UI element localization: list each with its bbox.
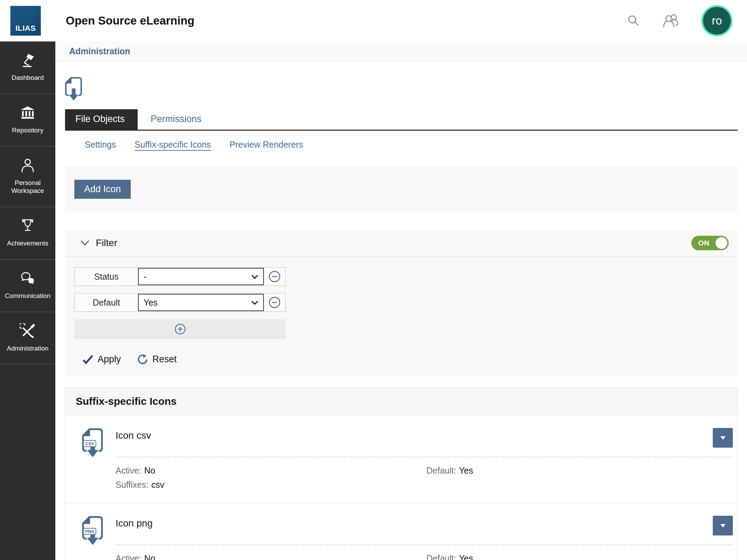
list-item-icon-csv: CSV Icon csv Ac [65, 416, 737, 503]
breadcrumb: Administration [55, 41, 747, 62]
default-select-value: Yes [144, 298, 158, 308]
logo-text: ILIAS [16, 24, 36, 36]
who-is-online-icon[interactable] [662, 13, 681, 29]
tab-file-objects[interactable]: File Objects [65, 109, 138, 130]
csv-file-icon: CSV [82, 428, 104, 503]
list-item-icon-png: PNG Icon png Ac [65, 503, 737, 560]
toggle-knob [716, 237, 727, 249]
chevron-down-icon [80, 240, 90, 246]
sidebar-item-personal-workspace[interactable]: Personal Workspace [0, 147, 55, 207]
search-icon[interactable] [625, 13, 641, 29]
add-filter-button[interactable] [74, 319, 286, 339]
subtab-settings[interactable]: Settings [85, 140, 116, 150]
status-select[interactable]: - [138, 268, 264, 285]
tools-icon [20, 323, 36, 339]
sidebar-item-communication[interactable]: Communication [0, 260, 55, 312]
avatar-initials: ro [712, 14, 722, 27]
main-content: File Objects Permissions Settings Suffix… [55, 77, 747, 560]
file-object-icon [65, 77, 747, 102]
filter-row-status: Status - [74, 267, 286, 286]
property-default: Default:Yes [426, 553, 737, 560]
caret-down-icon [720, 524, 726, 528]
subtab-suffix-specific-icons[interactable]: Suffix-specific Icons [135, 140, 211, 150]
item-title: Icon png [116, 516, 713, 529]
plus-circle-icon [174, 323, 186, 335]
tab-permissions[interactable]: Permissions [138, 109, 215, 130]
png-file-icon: PNG [82, 516, 104, 560]
lamp-icon [20, 53, 36, 68]
user-avatar[interactable]: ro [701, 5, 732, 36]
filter-section: Filter ON Status - [65, 230, 738, 377]
sidebar-item-achievements[interactable]: Achievements [0, 207, 55, 260]
item-title: Icon csv [116, 428, 713, 441]
sidebar-item-administration[interactable]: Administration [0, 312, 55, 365]
remove-status-filter-button[interactable] [264, 268, 285, 286]
filter-actions: Apply Reset [74, 354, 738, 365]
sidebar-item-repository[interactable]: Repository [0, 94, 55, 147]
reset-button[interactable]: Reset [137, 354, 177, 365]
sidebar-item-label: Dashboard [12, 74, 44, 82]
svg-text:CSV: CSV [85, 441, 94, 446]
divider [116, 544, 733, 545]
main-sidebar: Dashboard Repository Personal Workspace [0, 41, 55, 560]
sidebar-item-label: Communication [5, 292, 50, 300]
panel-title: Suffix-specific Icons [76, 395, 177, 407]
filter-row-default: Default Yes [74, 293, 286, 312]
status-select-value: - [144, 272, 146, 282]
subtab-preview-renderers[interactable]: Preview Renderers [230, 140, 303, 150]
sidebar-item-label: Personal Workspace [2, 179, 53, 195]
sidebar-item-label: Administration [7, 344, 48, 353]
check-icon [82, 355, 93, 364]
filter-title: Filter [96, 237, 117, 249]
item-actions-dropdown-button[interactable] [713, 516, 733, 535]
item-main: Icon png Active:No Default: [116, 516, 737, 560]
filter-label-default: Default [75, 293, 138, 311]
item-actions-dropdown-button[interactable] [713, 428, 733, 448]
item-main: Icon csv Active:No Default: [116, 428, 737, 503]
bank-icon [20, 105, 36, 121]
subtab-bar: Settings Suffix-specific Icons Preview R… [65, 140, 738, 150]
top-header: ILIAS Open Source eLearning ro [0, 0, 747, 41]
filter-label-status: Status [75, 268, 138, 286]
property-active: Active:No [116, 466, 426, 476]
apply-label: Apply [98, 354, 121, 365]
sidebar-item-label: Achievements [7, 239, 48, 248]
sidebar-item-label: Repository [12, 126, 44, 134]
property-suffixes: Suffixes:csv [116, 480, 426, 490]
filter-toggle[interactable]: ON [691, 236, 729, 250]
item-properties: Active:No Default:Yes Suffixes:png [116, 553, 737, 560]
tab-bar: File Objects Permissions [65, 109, 738, 131]
breadcrumb-link-administration[interactable]: Administration [69, 46, 130, 56]
toolbar: Add Icon [65, 166, 738, 213]
apply-button[interactable]: Apply [82, 354, 121, 365]
default-select[interactable]: Yes [138, 294, 264, 311]
add-icon-button[interactable]: Add Icon [74, 180, 131, 199]
header-actions: ro [625, 5, 732, 36]
ilias-logo[interactable]: ILIAS [10, 6, 41, 36]
property-default: Default:Yes [426, 466, 737, 476]
toggle-on-label: ON [698, 239, 710, 247]
sidebar-item-dashboard[interactable]: Dashboard [0, 41, 55, 94]
page-title: Open Source eLearning [66, 14, 194, 27]
reset-label: Reset [153, 354, 177, 365]
filter-header[interactable]: Filter ON [65, 230, 738, 256]
caret-down-icon [720, 436, 726, 440]
filter-body: Status - Default Yes [65, 256, 738, 365]
item-properties: Active:No Default:Yes Suffixes:csv [116, 466, 737, 490]
select-chevron-icon [251, 274, 258, 279]
remove-default-filter-button[interactable] [264, 293, 285, 311]
reset-icon [137, 354, 148, 365]
divider [116, 457, 733, 457]
panel-header: Suffix-specific Icons [65, 388, 737, 416]
person-icon [20, 158, 36, 174]
trophy-icon [20, 218, 36, 234]
property-active: Active:No [116, 553, 426, 560]
chat-bubbles-icon [20, 271, 36, 287]
svg-text:PNG: PNG [85, 529, 94, 534]
suffix-icons-panel: Suffix-specific Icons CSV Icon csv [65, 388, 738, 560]
select-chevron-icon [251, 300, 258, 305]
